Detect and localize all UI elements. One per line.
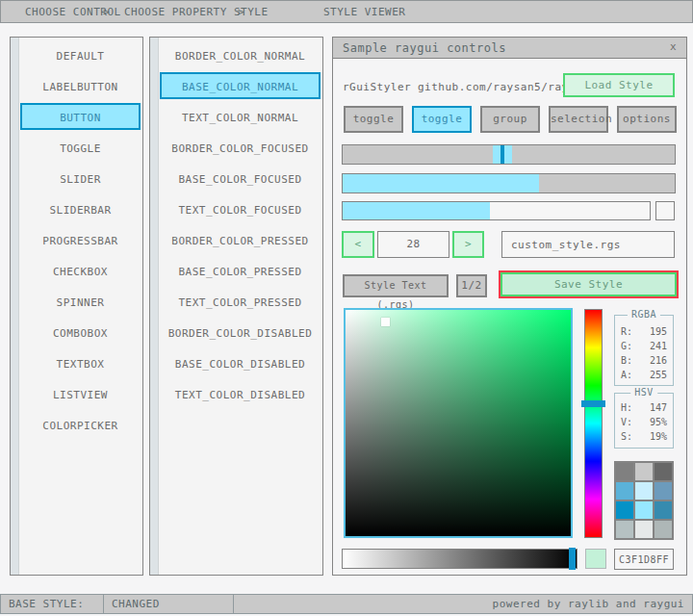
control-item-default[interactable]: DEFAULT	[20, 41, 141, 68]
step-style-viewer: STYLE VIEWER	[323, 6, 405, 18]
status-changed-properties: CHANGED PROPERTIES: 002	[103, 594, 234, 614]
status-base-style: BASE STYLE: DARK	[0, 594, 104, 614]
hue-bar[interactable]	[584, 309, 603, 538]
rgba-value-row: R:195	[615, 324, 673, 339]
color-swatch[interactable]	[616, 521, 633, 538]
control-item-labelbutton[interactable]: LABELBUTTON	[20, 72, 141, 99]
control-item-listview[interactable]: LISTVIEW	[20, 380, 141, 407]
alpha-bar-handle[interactable]	[569, 548, 576, 570]
property-item-text_color_focused[interactable]: TEXT_COLOR_FOCUSED	[160, 195, 321, 222]
slider[interactable]	[342, 144, 676, 165]
save-style-button[interactable]: Save Style	[500, 272, 677, 296]
color-swatch[interactable]	[635, 521, 653, 538]
color-swatch[interactable]	[654, 482, 672, 500]
step-choose-property-style: CHOOSE PROPERTY STYLE	[124, 6, 269, 18]
toggle-option-group[interactable]: group	[480, 106, 540, 133]
hue-bar-handle[interactable]	[581, 400, 605, 407]
rgba-title: RGBA	[628, 309, 660, 320]
current-color-swatch	[585, 549, 606, 569]
slider-handle[interactable]	[493, 145, 512, 164]
control-item-colorpicker[interactable]: COLORPICKER	[20, 411, 141, 438]
control-item-progressbar[interactable]: PROGRESSBAR	[20, 226, 141, 253]
page-indicator-button[interactable]: 1/2	[456, 274, 487, 297]
color-swatch[interactable]	[635, 501, 653, 519]
color-swatch[interactable]	[654, 463, 672, 480]
progress-checkbox[interactable]	[655, 201, 675, 220]
spinner-value[interactable]: 28	[377, 231, 449, 258]
rguistyler-app: CHOOSE CONTROL > CHOOSE PROPERTY STYLE >…	[0, 0, 693, 616]
hsv-groupbox: HSV H:147V:95%S:19%	[614, 393, 674, 449]
progressbar	[342, 201, 651, 220]
color-swatch[interactable]	[616, 482, 633, 500]
property-item-base_color_pressed[interactable]: BASE_COLOR_PRESSED	[160, 257, 321, 284]
property-item-base_color_disabled[interactable]: BASE_COLOR_DISABLED	[160, 349, 321, 376]
hex-color-input[interactable]	[614, 549, 674, 570]
alpha-bar[interactable]	[342, 549, 578, 569]
control-item-sliderbar[interactable]: SLIDERBAR	[20, 195, 141, 222]
hsv-value-row: S:19%	[615, 429, 673, 444]
hsv-value-row: H:147	[615, 400, 673, 415]
hsv-title: HSV	[630, 387, 657, 398]
property-item-border_color_focused[interactable]: BORDER_COLOR_FOCUSED	[160, 134, 321, 161]
style-text-button[interactable]: Style Text (.rgs)	[343, 274, 449, 297]
control-item-toggle[interactable]: TOGGLE	[20, 134, 141, 161]
rgba-value-row: G:241	[615, 339, 673, 353]
spinner-decrement-button[interactable]: <	[342, 231, 374, 258]
toggle-option-selection[interactable]: selection	[549, 106, 608, 133]
spinner-increment-button[interactable]: >	[452, 231, 484, 258]
color-swatch[interactable]	[635, 482, 653, 500]
rgba-groupbox: RGBA R:195G:241B:216A:255	[614, 315, 674, 386]
hsv-value-row: V:95%	[615, 415, 673, 429]
control-item-checkbox[interactable]: CHECKBOX	[20, 257, 141, 284]
load-style-button[interactable]: Load Style	[563, 73, 675, 97]
color-swatch[interactable]	[654, 501, 672, 519]
toggle-group: toggletogglegroupselectionoptions	[344, 106, 677, 133]
status-credits: powered by raylib and raygui	[233, 594, 693, 614]
save-style-focus-frame: Save Style	[499, 270, 679, 298]
control-item-spinner[interactable]: SPINNER	[20, 288, 141, 315]
controls-list-panel: DEFAULTLABELBUTTONBUTTONTOGGLESLIDERSLID…	[10, 37, 143, 576]
control-item-button[interactable]: BUTTON	[20, 103, 141, 130]
close-icon[interactable]: x	[670, 40, 677, 53]
progressbar-fill	[343, 202, 490, 219]
property-item-border_color_normal[interactable]: BORDER_COLOR_NORMAL	[160, 41, 321, 68]
color-swatch[interactable]	[616, 501, 633, 519]
color-swatch[interactable]	[616, 463, 633, 480]
color-swatch[interactable]	[635, 463, 653, 480]
color-swatch[interactable]	[654, 521, 672, 538]
rgba-value-row: B:216	[615, 353, 673, 368]
property-item-text_color_pressed[interactable]: TEXT_COLOR_PRESSED	[160, 288, 321, 315]
controls-list: DEFAULTLABELBUTTONBUTTONTOGGLESLIDERSLID…	[20, 41, 141, 442]
filename-input[interactable]	[501, 231, 675, 258]
property-item-base_color_focused[interactable]: BASE_COLOR_FOCUSED	[160, 165, 321, 192]
toggle-option-options[interactable]: options	[617, 106, 677, 133]
properties-list: BORDER_COLOR_NORMALBASE_COLOR_NORMALTEXT…	[160, 41, 321, 411]
property-item-border_color_pressed[interactable]: BORDER_COLOR_PRESSED	[160, 226, 321, 253]
properties-scrollbar-track[interactable]	[150, 38, 159, 575]
color-picker-sv-square[interactable]	[344, 308, 573, 538]
property-item-text_color_disabled[interactable]: TEXT_COLOR_DISABLED	[160, 380, 321, 407]
rgba-value-row: A:255	[615, 368, 673, 382]
control-item-combobox[interactable]: COMBOBOX	[20, 319, 141, 346]
property-item-border_color_disabled[interactable]: BORDER_COLOR_DISABLED	[160, 319, 321, 346]
top-steps-bar: CHOOSE CONTROL > CHOOSE PROPERTY STYLE >…	[0, 0, 693, 23]
property-item-text_color_normal[interactable]: TEXT_COLOR_NORMAL	[160, 103, 321, 130]
chevron-right-icon: >	[238, 6, 244, 18]
styler-label: rGuiStyler	[343, 81, 411, 93]
sliderbar[interactable]	[342, 173, 676, 193]
properties-list-panel: BORDER_COLOR_NORMALBASE_COLOR_NORMALTEXT…	[149, 37, 323, 576]
sliderbar-fill	[343, 174, 539, 192]
toggle-option-toggle[interactable]: toggle	[344, 106, 403, 133]
control-item-slider[interactable]: SLIDER	[20, 165, 141, 192]
toggle-option-toggle[interactable]: toggle	[412, 106, 472, 133]
color-picker-selector[interactable]	[381, 318, 390, 326]
chevron-right-icon: >	[103, 6, 110, 18]
sample-controls-window: Sample raygui controls x rGuiStyler gith…	[332, 37, 687, 576]
style-color-palette	[614, 461, 674, 540]
window-title: Sample raygui controls	[343, 41, 506, 55]
property-item-base_color_normal[interactable]: BASE_COLOR_NORMAL	[160, 72, 321, 99]
window-titlebar[interactable]: Sample raygui controls x	[333, 38, 686, 59]
controls-scrollbar-track[interactable]	[11, 38, 19, 575]
control-item-textbox[interactable]: TEXTBOX	[20, 349, 141, 376]
